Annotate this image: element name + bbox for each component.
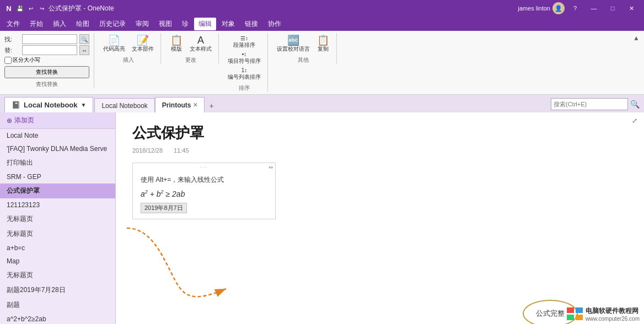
sidebar-item-10[interactable]: 无标题页 <box>0 268 115 283</box>
menu-misc[interactable]: 珍 <box>178 18 193 30</box>
menu-review[interactable]: 审阅 <box>131 18 153 30</box>
maximize-button[interactable]: □ <box>604 3 621 14</box>
ribbon-group-findreplace: 找: 🔍 替: ↔ 区分大小写 查找替换 查找替换 <box>4 33 94 88</box>
redo-icon[interactable]: ↪ <box>37 4 46 13</box>
quick-access-toolbar: 💾 ↩ ↪ <box>15 4 46 13</box>
sidebar-item-8[interactable]: a+b=c <box>0 241 115 255</box>
expand-page-icon[interactable]: ⤢ <box>632 117 637 125</box>
sidebar-item-5[interactable]: 121123123 <box>0 198 115 212</box>
math-formula: a2 + b2 ≥ 2ab <box>141 189 267 198</box>
note-box: ··· ⇔ 使用 Alt+=，来输入线性公式 a2 + b2 ≥ 2ab 201… <box>132 163 276 219</box>
sidebar-item-11[interactable]: 副题2019年7月28日 <box>0 283 115 298</box>
tab2-label: Printouts <box>162 101 191 109</box>
watermark-logo <box>567 307 583 321</box>
menu-edit[interactable]: 编辑 <box>194 18 216 30</box>
copy-btn[interactable]: 📋 复制 <box>314 34 332 54</box>
sidebar-item-7[interactable]: 无标题页 <box>0 226 115 241</box>
menu-home[interactable]: 开始 <box>25 18 47 30</box>
watermark-text-block: 电脑软硬件教程网 www.computer26.com <box>586 306 640 322</box>
page-title: 公式保护罩 <box>132 123 627 143</box>
page-meta: 2018/12/28 11:45 <box>132 147 627 154</box>
sidebar-item-13[interactable]: a^2+b^2≥2ab <box>0 312 115 324</box>
menu-object[interactable]: 对象 <box>217 18 239 30</box>
sidebar-item-3[interactable]: SRM - GEP <box>0 170 115 183</box>
ribbon: 找: 🔍 替: ↔ 区分大小写 查找替换 查找替换 📄 代码高亮 <box>0 31 644 95</box>
watermark-url: www.computer26.com <box>586 316 640 322</box>
sidebar-item-0[interactable]: Local Note <box>0 129 115 142</box>
text-style-btn[interactable]: A 文本样式 <box>187 34 214 54</box>
text-parts-btn[interactable]: 📝 文本部件 <box>130 34 156 54</box>
sidebar-item-6[interactable]: 无标题页 <box>0 212 115 226</box>
change-row: 📋 模版 A 文本样式 <box>168 34 214 54</box>
tab-local-notebook[interactable]: Local Notebook <box>94 98 154 112</box>
textstyle-icon: A <box>197 35 204 45</box>
sidebar: ⊕ 添加页 Local Note '[FAQ] Twonky DLNA Medi… <box>0 112 116 324</box>
menu-view[interactable]: 视图 <box>154 18 176 30</box>
add-page-button[interactable]: ⊕ 添加页 <box>0 112 115 129</box>
title-bar-right: james linton 👤 ? — □ ✕ <box>518 2 640 14</box>
sidebar-item-9[interactable]: Map <box>0 255 115 268</box>
proofing-lang-btn[interactable]: 🔤 设置校对语言 <box>275 34 312 54</box>
findreplace-group-label: 查找替换 <box>36 80 58 88</box>
page-time: 11:45 <box>174 147 189 154</box>
minimize-button[interactable]: — <box>586 3 602 14</box>
replace-input[interactable] <box>22 45 77 55</box>
bullet-sort-icon: •↕ <box>242 51 247 57</box>
watermark-title: 电脑软硬件教程网 <box>586 306 640 316</box>
find-replace-button[interactable]: 查找替换 <box>4 66 89 78</box>
menu-collab[interactable]: 协作 <box>264 18 286 30</box>
sidebar-item-12[interactable]: 副题 <box>0 298 115 312</box>
menu-draw[interactable]: 绘图 <box>72 18 94 30</box>
sidebar-item-2[interactable]: 打印输出 <box>0 155 115 170</box>
num-sort-label: 编号列表排序 <box>228 73 261 81</box>
template-icon: 📋 <box>170 35 183 45</box>
code-icon: 📄 <box>108 35 120 45</box>
lang-icon: 🔤 <box>287 35 299 45</box>
page-date: 2018/12/28 <box>132 147 163 154</box>
sidebar-item-4[interactable]: 公式保护罩 <box>0 183 115 198</box>
search-input[interactable] <box>551 98 628 110</box>
menu-history[interactable]: 历史记录 <box>95 18 130 30</box>
annotation-arrow <box>116 217 336 324</box>
find-input[interactable] <box>22 34 77 44</box>
insert-row: 📄 代码高亮 📝 文本部件 <box>101 34 156 54</box>
copy-icon: 📋 <box>317 35 329 45</box>
search-replace-panel: 找: 🔍 替: ↔ 区分大小写 查找替换 <box>4 34 89 78</box>
ribbon-collapse[interactable]: ▲ <box>633 33 640 42</box>
notebook-dropdown-icon: ▼ <box>81 102 87 108</box>
case-sensitive-checkbox[interactable] <box>4 57 12 64</box>
sidebar-item-1[interactable]: '[FAQ] Twonky DLNA Media Serve <box>0 142 115 155</box>
replace-btn-icon[interactable]: ↔ <box>79 45 89 55</box>
para-sort-icon: ☰↕ <box>240 35 248 41</box>
menu-bar: 文件 开始 插入 绘图 历史记录 审阅 视图 珍 编辑 对象 链接 协作 <box>0 17 644 31</box>
insert-group-label: 插入 <box>123 56 134 64</box>
replace-label: 替: <box>4 46 20 55</box>
expand-note-icon[interactable]: ⇔ <box>269 164 273 170</box>
menu-file[interactable]: 文件 <box>2 18 24 30</box>
ribbon-group-change: 📋 模版 A 文本样式 更改 <box>168 33 219 64</box>
tab-close-icon[interactable]: ✕ <box>193 102 197 108</box>
code-highlight-btn[interactable]: 📄 代码高亮 <box>101 34 127 54</box>
logo-blue <box>576 307 583 313</box>
add-tab-button[interactable]: + <box>205 99 218 112</box>
para-sort-btn[interactable]: ☰↕ 段落排序 <box>231 34 257 50</box>
logo-green <box>567 315 574 320</box>
notebook-title[interactable]: 📓 Local Notebook ▼ <box>4 97 93 112</box>
bullet-sort-btn[interactable]: •↕ 项目符号排序 <box>226 50 263 66</box>
tabs-left: 📓 Local Notebook ▼ Local Notebook Printo… <box>4 97 218 112</box>
help-button[interactable]: ? <box>567 3 583 14</box>
tab-printouts[interactable]: Printouts ✕ <box>155 97 205 112</box>
template-btn[interactable]: 📋 模版 <box>168 34 185 54</box>
num-sort-btn[interactable]: 1↕ 编号列表排序 <box>226 66 263 82</box>
undo-icon[interactable]: ↩ <box>26 4 35 13</box>
change-group-label: 更改 <box>185 56 196 64</box>
textstyle-label: 文本样式 <box>190 45 212 53</box>
menu-link[interactable]: 链接 <box>240 18 262 30</box>
title-bar-left: N 💾 ↩ ↪ 公式保护罩 - OneNote <box>4 4 114 13</box>
close-button[interactable]: ✕ <box>623 3 640 14</box>
save-icon[interactable]: 💾 <box>15 4 24 13</box>
menu-insert[interactable]: 插入 <box>49 18 71 30</box>
ribbon-group-other: 🔤 设置校对语言 📋 复制 其他 <box>275 33 337 64</box>
search-icon[interactable]: 🔍 <box>630 100 640 109</box>
find-button[interactable]: 🔍 <box>79 34 89 44</box>
